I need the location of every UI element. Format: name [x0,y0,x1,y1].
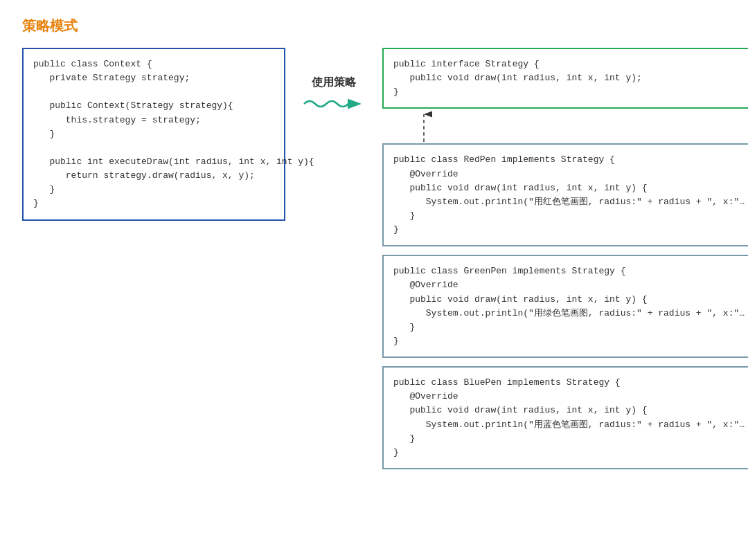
strategy-code: public interface Strategy { public void … [393,57,745,99]
blue-pen-code: public class BluePen implements Strategy… [393,376,745,460]
arrow-label: 使用策略 [312,75,356,90]
blue-pen-box: public class BluePen implements Strategy… [382,366,748,469]
dashed-arrow-container [382,109,748,143]
diagram-area: public class Context { private Strategy … [22,48,726,469]
page-title: 策略模式 [22,17,726,35]
right-area: public interface Strategy { public void … [382,48,748,469]
green-pen-box: public class GreenPen implements Strateg… [382,255,748,358]
context-code: public class Context { private Strategy … [33,57,274,211]
context-box: public class Context { private Strategy … [22,48,285,221]
red-pen-code: public class RedPen implements Strategy … [393,153,745,237]
green-pen-code: public class GreenPen implements Strateg… [393,264,745,348]
arrow-right-icon [303,94,365,114]
red-pen-box: public class RedPen implements Strategy … [382,143,748,246]
middle-area: 使用策略 [285,48,382,114]
strategy-interface-box: public interface Strategy { public void … [382,48,748,109]
impl-boxes: public class RedPen implements Strategy … [382,143,748,469]
